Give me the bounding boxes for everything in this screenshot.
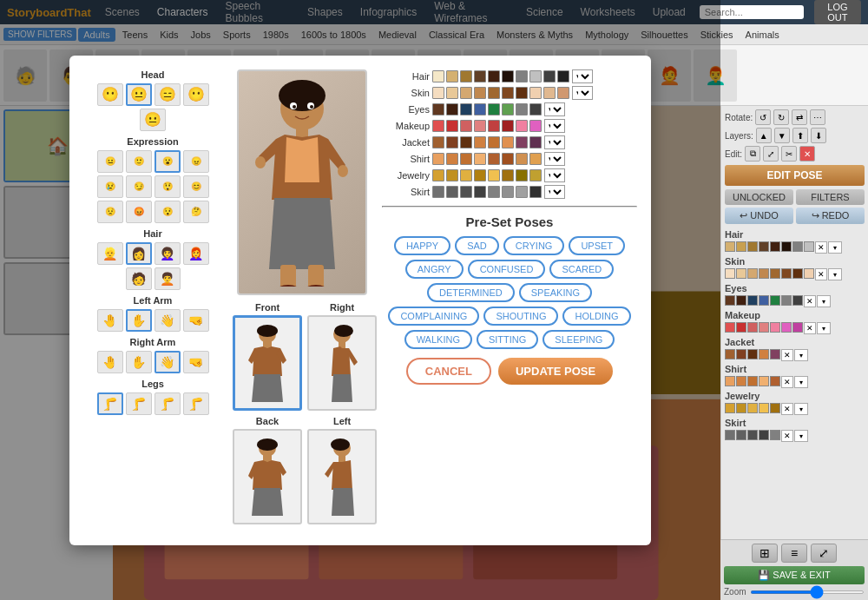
skin-swatch-4[interactable]: [759, 268, 769, 279]
mh-s8[interactable]: [529, 70, 542, 82]
layer-front-icon[interactable]: ⬆: [792, 128, 808, 143]
mjw-s5[interactable]: [488, 169, 500, 181]
mm-s6[interactable]: [502, 120, 514, 132]
makeup-swatch-7[interactable]: [792, 322, 803, 333]
expr-10[interactable]: 😡: [126, 201, 152, 223]
msh-s4[interactable]: [474, 153, 486, 165]
mh-s7[interactable]: [516, 70, 528, 82]
hair-swatch-3[interactable]: [747, 241, 758, 252]
skin-swatch-2[interactable]: [736, 268, 746, 279]
head-option-5[interactable]: 😐: [140, 109, 166, 131]
unlocked-button[interactable]: UNLOCKED: [725, 189, 793, 205]
pose-sad[interactable]: SAD: [455, 236, 499, 255]
expr-7[interactable]: 😲: [155, 175, 181, 198]
skirt-swatch-3[interactable]: [747, 430, 758, 440]
jewelry-swatch-1[interactable]: [725, 403, 735, 413]
pose-confused[interactable]: CONFUSED: [468, 260, 546, 279]
ms-s2[interactable]: [446, 87, 458, 99]
mh-s9[interactable]: [543, 70, 556, 82]
mm-s8[interactable]: [529, 120, 542, 132]
expr-6[interactable]: 😏: [126, 175, 152, 198]
cancel-button[interactable]: CANCEL: [406, 358, 491, 385]
mjw-s6[interactable]: [502, 169, 514, 181]
mm-s5[interactable]: [488, 120, 500, 132]
jacket-clear[interactable]: ✕: [781, 349, 793, 361]
edit-crop-icon[interactable]: ✂: [781, 146, 797, 162]
me-s1[interactable]: [432, 103, 444, 115]
me-s5[interactable]: [488, 103, 500, 115]
front-pose-img[interactable]: [233, 315, 302, 411]
shirt-swatch-2[interactable]: [736, 376, 746, 386]
modal-skin-dropdown[interactable]: ▾: [572, 86, 593, 100]
ms-s5[interactable]: [488, 87, 500, 99]
jewelry-clear[interactable]: ✕: [781, 403, 793, 415]
jacket-swatch-5[interactable]: [770, 349, 780, 359]
more-icon[interactable]: ⋯: [810, 109, 825, 125]
mh-s1[interactable]: [432, 70, 444, 82]
expr-2[interactable]: 🙂: [126, 150, 152, 173]
head-option-1[interactable]: 😶: [97, 83, 123, 106]
expr-11[interactable]: 😯: [155, 201, 181, 223]
makeup-swatch-1[interactable]: [725, 322, 735, 333]
mm-s4[interactable]: [474, 120, 486, 132]
skirt-swatch-4[interactable]: [759, 430, 769, 440]
pose-speaking[interactable]: SPEAKING: [519, 283, 592, 302]
filters-button[interactable]: FILTERS: [796, 189, 865, 205]
head-option-4[interactable]: 😶: [183, 83, 209, 106]
leg-2[interactable]: 🦵: [126, 392, 152, 415]
skirt-swatch-2[interactable]: [736, 430, 746, 440]
skin-dropdown[interactable]: ▾: [828, 268, 842, 280]
eyes-swatch-3[interactable]: [747, 295, 758, 306]
pose-determined[interactable]: DETERMINED: [427, 283, 515, 302]
skin-swatch-7[interactable]: [792, 268, 803, 279]
age-animals[interactable]: Animals: [740, 28, 785, 42]
mm-s2[interactable]: [446, 120, 458, 132]
msh-s1[interactable]: [432, 153, 444, 165]
eyes-dropdown[interactable]: ▾: [817, 295, 831, 307]
hair-swatch-2[interactable]: [736, 241, 746, 252]
modal-jacket-dropdown[interactable]: ▾: [544, 135, 565, 149]
rarm-2[interactable]: ✋: [126, 351, 152, 373]
jewelry-dropdown[interactable]: ▾: [794, 403, 808, 415]
pose-happy[interactable]: HAPPY: [394, 236, 450, 255]
modal-makeup-dropdown[interactable]: ▾: [544, 119, 565, 133]
pose-scared[interactable]: SCARED: [549, 260, 614, 279]
mm-s1[interactable]: [432, 120, 444, 132]
msk-s1[interactable]: [432, 186, 444, 198]
eyes-clear[interactable]: ✕: [804, 295, 816, 307]
msk-s8[interactable]: [529, 186, 542, 198]
redo-button[interactable]: ↪ REDO: [796, 208, 865, 224]
skin-swatch-1[interactable]: [725, 268, 735, 279]
makeup-swatch-4[interactable]: [759, 322, 769, 333]
mj-s2[interactable]: [446, 136, 458, 148]
msh-s8[interactable]: [529, 153, 542, 165]
msk-s3[interactable]: [460, 186, 472, 198]
msk-s6[interactable]: [502, 186, 514, 198]
head-option-2[interactable]: 😐: [126, 83, 152, 106]
edit-copy-icon[interactable]: ⧉: [745, 146, 760, 162]
flip-icon[interactable]: ⇄: [792, 109, 807, 125]
hair-swatch-6[interactable]: [781, 241, 792, 252]
hair-4[interactable]: 👩‍🦰: [183, 242, 209, 265]
shirt-dropdown[interactable]: ▾: [794, 376, 808, 388]
ms-s9[interactable]: [543, 87, 556, 99]
eyes-swatch-1[interactable]: [725, 295, 735, 306]
jacket-swatch-1[interactable]: [725, 349, 735, 359]
pose-holding[interactable]: HOLDING: [562, 307, 630, 326]
eyes-swatch-7[interactable]: [792, 295, 803, 306]
ms-s10[interactable]: [557, 87, 569, 99]
mh-s3[interactable]: [460, 70, 472, 82]
update-pose-button[interactable]: UPDATE POSE: [498, 358, 613, 385]
shirt-swatch-4[interactable]: [759, 376, 769, 386]
logout-button[interactable]: LOG OUT: [814, 0, 861, 24]
expr-12[interactable]: 🤔: [183, 201, 209, 223]
eyes-swatch-2[interactable]: [736, 295, 746, 306]
skin-swatch-6[interactable]: [781, 268, 792, 279]
right-pose-img[interactable]: [307, 315, 377, 411]
hair-2[interactable]: 👩: [126, 242, 152, 265]
shirt-clear[interactable]: ✕: [781, 376, 793, 388]
head-option-3[interactable]: 😑: [155, 83, 181, 106]
pose-shouting[interactable]: SHOUTING: [483, 307, 558, 326]
modal-jewelry-dropdown[interactable]: ▾: [544, 168, 565, 182]
mj-s3[interactable]: [460, 136, 472, 148]
